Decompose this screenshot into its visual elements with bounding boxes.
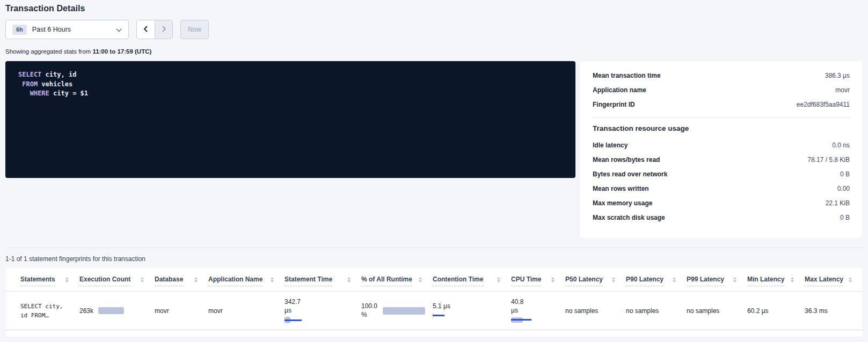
column-header-cpu-time[interactable]: CPU Time (511, 276, 565, 286)
column-header-max-latency[interactable]: Max Latency (805, 276, 863, 286)
column-header-statements[interactable]: Statements (5, 276, 79, 286)
column-label: P50 Latency (565, 276, 603, 286)
sql-text: vehicles (38, 80, 72, 88)
summary-row-application-name: Application name movr (593, 83, 850, 97)
summary-value: 0.00 (837, 185, 850, 192)
column-label: P99 Latency (687, 276, 724, 286)
statement-time-bar-chart (285, 317, 311, 323)
sort-arrows-icon (733, 277, 736, 282)
summary-label: Fingerprint ID (593, 101, 635, 108)
column-label: CPU Time (511, 276, 541, 286)
stats-line-range: 11:00 to 17:59 (UTC) (92, 48, 151, 55)
column-header-p50-latency[interactable]: P50 Latency (565, 276, 626, 286)
statement-text-line2: id FROM… (20, 311, 72, 320)
sort-arrows-icon (673, 277, 676, 282)
column-label: Max Latency (805, 276, 843, 286)
column-header-p90-latency[interactable]: P90 Latency (626, 276, 687, 286)
summary-value: movr (835, 86, 850, 94)
summary-label: Mean transaction time (593, 72, 661, 79)
runtime-pct-unit: % (361, 311, 377, 319)
summary-value: 0.0 ns (832, 142, 850, 149)
cpu-time-stddev-line (511, 319, 531, 321)
sort-arrows-icon (612, 277, 615, 282)
p90-latency-cell: no samples (626, 307, 687, 315)
sql-keyword: FROM (22, 80, 38, 88)
column-header-contention-time[interactable]: Contention Time (433, 276, 511, 286)
stats-line-prefix: Showing aggregated stats from (5, 48, 92, 55)
chevron-down-icon (116, 25, 122, 34)
contention-time-cell: 5.1 µs (433, 302, 511, 319)
runtime-pct-bar (383, 307, 425, 315)
summary-label: Idle latency (593, 142, 628, 149)
column-label: % of All Runtime (361, 276, 412, 286)
column-header-execution-count[interactable]: Execution Count (79, 276, 155, 286)
summary-row-rows-bytes-read: Mean rows/bytes read 78.17 / 5.8 KiB (593, 152, 850, 167)
summary-label: Max memory usage (593, 199, 652, 207)
statements-table: Statements Execution Count Database Appl… (5, 267, 863, 337)
min-latency-cell: 60.2 µs (747, 307, 805, 315)
statement-link[interactable]: SELECT city, id FROM… (5, 302, 79, 320)
cpu-time-value: 40.8 (511, 298, 558, 307)
column-header-p99-latency[interactable]: P99 Latency (687, 276, 747, 286)
transaction-sql-box: SELECT city, id FROM vehicles WHERE city… (5, 61, 575, 178)
summary-label: Application name (593, 86, 646, 94)
transaction-summary-card: Mean transaction time 386.3 µs Applicati… (580, 61, 863, 238)
now-button[interactable]: Now (180, 20, 209, 39)
sort-arrows-icon (791, 277, 794, 282)
section-divider (5, 248, 863, 248)
chevron-right-icon (161, 26, 167, 34)
runtime-pct-text: 100.0 % (361, 302, 377, 319)
application-name-cell: movr (208, 307, 285, 315)
statement-time-cell: 342.7 µs (285, 298, 361, 323)
sort-arrows-icon (65, 277, 69, 282)
execution-count-cell: 263k (79, 307, 155, 315)
summary-label: Bytes read over network (593, 170, 667, 178)
time-interval-label: Past 6 Hours (32, 26, 111, 33)
statement-text-line1: SELECT city, (20, 302, 72, 311)
column-header-database[interactable]: Database (155, 276, 208, 286)
prev-interval-button[interactable] (137, 20, 155, 39)
summary-row-fingerprint-id: Fingerprint ID ee2df683f5aa9411 (593, 97, 850, 111)
page-title: Transaction Details (5, 4, 863, 13)
column-label: Database (155, 276, 183, 286)
resource-usage-heading: Transaction resource usage (593, 124, 850, 132)
cpu-time-cell: 40.8 µs (511, 298, 565, 323)
summary-row-bytes-over-network: Bytes read over network 0 B (593, 167, 850, 181)
p99-latency-cell: no samples (687, 307, 747, 315)
column-label: Statement Time (285, 276, 332, 286)
time-controls: 6h Past 6 Hours Now (5, 20, 863, 39)
sql-text: city = $1 (49, 90, 88, 97)
summary-value: 78.17 / 5.8 KiB (807, 156, 850, 163)
sort-arrows-icon (849, 277, 852, 282)
statement-row: SELECT city, id FROM… 263k movr movr 342… (5, 292, 863, 330)
time-interval-dropdown[interactable]: 6h Past 6 Hours (5, 20, 129, 39)
time-interval-badge: 6h (12, 25, 27, 35)
sort-arrows-icon (419, 277, 422, 282)
summary-row-max-scratch-disk: Max scratch disk usage 0 B (593, 210, 850, 225)
p50-latency-cell: no samples (565, 307, 626, 315)
sort-arrows-icon (141, 277, 144, 282)
summary-row-mean-transaction-time: Mean transaction time 386.3 µs (593, 68, 850, 83)
cpu-time-unit: µs (511, 307, 558, 315)
summary-value: 0 B (840, 214, 850, 221)
next-interval-button[interactable] (155, 20, 172, 39)
summary-row-idle-latency: Idle latency 0.0 ns (593, 138, 850, 152)
execution-count-value: 263k (79, 307, 93, 315)
contention-time-value: 5.1 µs (433, 302, 504, 311)
sql-statement-text: SELECT city, id FROM vehicles WHERE city… (18, 70, 563, 99)
column-label: Statements (20, 276, 55, 286)
summary-row-max-memory: Max memory usage 22.1 KiB (593, 196, 850, 210)
summary-value: 386.3 µs (825, 72, 850, 79)
column-header-min-latency[interactable]: Min Latency (747, 276, 805, 286)
summary-value: 0 B (840, 170, 850, 178)
summary-value: ee2df683f5aa9411 (797, 101, 850, 108)
statement-time-unit: µs (285, 307, 354, 315)
column-header-statement-time[interactable]: Statement Time (285, 276, 361, 286)
column-header-runtime-pct[interactable]: % of All Runtime (361, 276, 433, 286)
cpu-time-bar-chart (511, 317, 538, 323)
column-label: Min Latency (747, 276, 784, 286)
sort-arrows-icon (497, 277, 500, 282)
column-header-application-name[interactable]: Application Name (208, 276, 285, 286)
column-label: Application Name (208, 276, 262, 286)
column-label: Execution Count (79, 276, 130, 286)
